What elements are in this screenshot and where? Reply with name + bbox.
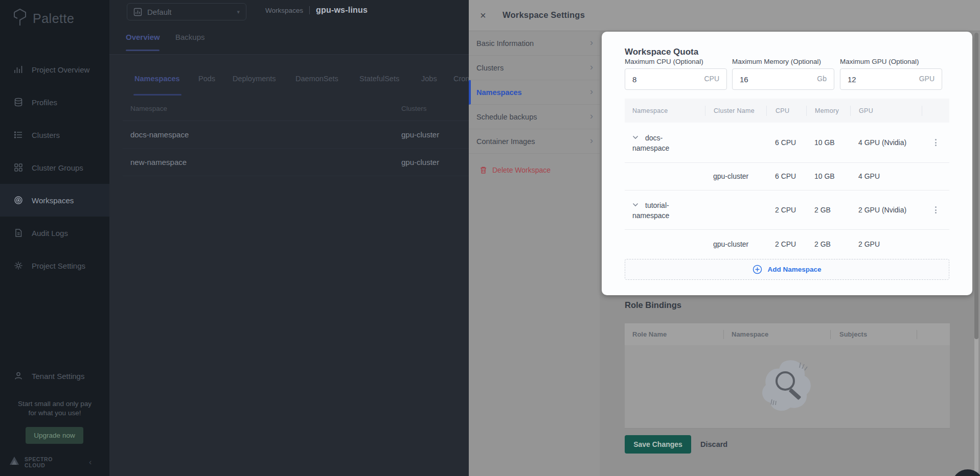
column-header-namespace: Namespace: [130, 105, 167, 112]
active-subtab-underline: [133, 94, 181, 96]
menu-item-clusters[interactable]: Clusters ›: [469, 56, 600, 80]
menu-item-label: Basic Information: [476, 39, 534, 47]
spectro-cloud-text: SPECTRO CLOUD: [25, 456, 53, 468]
workspace-settings-drawer: × Workspace Settings Basic Information ›…: [469, 0, 980, 476]
sidebar-item-workspaces[interactable]: Workspaces: [0, 184, 109, 217]
cpu-unit-label: CPU: [704, 75, 719, 83]
cpu-cell: 6 CPU: [766, 171, 806, 181]
column-header-actions: [922, 106, 949, 116]
project-icon: [133, 8, 142, 16]
memory-cell: 10 GB: [806, 171, 850, 181]
trash-icon: [480, 166, 487, 174]
column-header-subjects: Subjects: [830, 330, 917, 339]
max-gpu-input[interactable]: [840, 69, 907, 89]
chevron-right-icon: ›: [590, 135, 593, 146]
menu-item-label: Clusters: [476, 64, 504, 72]
quota-row-gpu-cluster: gpu-cluster 6 CPU 10 GB 4 GPU: [625, 162, 949, 190]
sidebar-item-profiles[interactable]: Profiles: [0, 86, 109, 118]
sidebar-collapse-icon[interactable]: ‹: [89, 458, 92, 467]
grid-icon: [13, 163, 24, 172]
memory-cell: 10 GB: [806, 137, 850, 148]
layers-icon: [13, 98, 24, 107]
chevron-right-icon: ›: [590, 62, 593, 73]
gpu-cell: 4 GPU (Nvidia): [850, 137, 922, 148]
sidebar-item-tenant-settings[interactable]: Tenant Settings: [0, 364, 109, 388]
max-memory-label: Maximum Memory (Optional): [732, 58, 821, 65]
save-changes-button[interactable]: Save Changes: [625, 435, 691, 454]
quota-row-tutorial-namespace: tutorial-namespace 2 CPU 2 GB 2 GPU (Nvi…: [625, 190, 949, 229]
tab-statefulsets[interactable]: StatefulSets: [359, 75, 399, 83]
spectro-cloud-logo: SPECTRO CLOUD: [8, 455, 53, 469]
max-gpu-field-wrap: GPU: [840, 68, 942, 90]
target-icon: [13, 196, 24, 205]
sidebar-item-label: Audit Logs: [32, 229, 68, 237]
row-menu-icon[interactable]: [922, 139, 949, 146]
upgrade-now-button[interactable]: Upgrade now: [26, 427, 83, 444]
plus-circle-icon: [753, 265, 762, 274]
column-header-memory: Memory: [806, 106, 850, 116]
max-memory-field-wrap: Gb: [732, 68, 834, 90]
cpu-cell: 6 CPU: [766, 137, 806, 148]
menu-item-namespaces[interactable]: Namespaces ›: [469, 80, 600, 105]
column-header-namespace: Namespace: [723, 330, 830, 339]
sidebar-item-label: Project Settings: [32, 261, 85, 270]
tab-deployments[interactable]: Deployments: [233, 75, 276, 83]
sidebar-item-label: Cluster Groups: [32, 163, 83, 172]
max-cpu-input[interactable]: [625, 69, 692, 89]
gear-icon: [13, 261, 24, 270]
role-bindings-table-header: Role Name Namespace Subjects: [625, 323, 950, 345]
footer-divider: [625, 428, 950, 429]
palette-logo: Palette: [12, 8, 74, 29]
memory-unit-label: Gb: [817, 75, 827, 83]
palette-logo-icon: [12, 8, 28, 29]
search-empty-illustration: [757, 356, 818, 419]
chevron-down-icon[interactable]: [632, 199, 639, 209]
spectro-cloud-icon: [8, 455, 20, 469]
upsell-message: Start small and only pay for what you us…: [0, 399, 109, 418]
column-header-actions: [917, 330, 950, 339]
document-icon: [13, 228, 24, 237]
quota-heading: Workspace Quota: [625, 47, 698, 57]
namespace-cell: docs-namespace: [130, 130, 189, 139]
cluster-cell: gpu-cluster: [401, 130, 439, 139]
tab-overview[interactable]: Overview: [126, 33, 160, 41]
menu-item-basic-information[interactable]: Basic Information ›: [469, 31, 600, 56]
drawer-scrollbar[interactable]: [974, 33, 978, 473]
add-namespace-label: Add Namespace: [767, 266, 821, 273]
row-menu-icon[interactable]: [922, 206, 949, 213]
gpu-cell: 2 GPU: [850, 239, 922, 249]
breadcrumb-section[interactable]: Workspaces: [265, 7, 303, 14]
sidebar-item-label: Workspaces: [32, 196, 74, 205]
add-namespace-button[interactable]: Add Namespace: [625, 259, 949, 280]
menu-item-schedule-backups[interactable]: Schedule backups ›: [469, 105, 600, 129]
sidebar-item-project-settings[interactable]: Project Settings: [0, 249, 109, 282]
drawer-body: Workspace Quota Maximum CPU (Optional) M…: [600, 31, 980, 476]
delete-workspace-label: Delete Workspace: [492, 166, 551, 174]
max-memory-input[interactable]: [733, 69, 799, 89]
close-icon[interactable]: ×: [480, 9, 486, 22]
scrollbar-thumb[interactable]: [974, 33, 978, 339]
sidebar-item-project-overview[interactable]: Project Overview: [0, 53, 109, 86]
sidebar-item-cluster-groups[interactable]: Cluster Groups: [0, 151, 109, 184]
project-selector[interactable]: Default ▾: [127, 3, 246, 20]
max-cpu-field-wrap: CPU: [625, 68, 727, 90]
project-selector-value: Default: [147, 8, 172, 16]
sidebar-item-clusters[interactable]: Clusters: [0, 118, 109, 151]
tab-jobs[interactable]: Jobs: [421, 75, 437, 83]
role-bindings-heading: Role Bindings: [625, 300, 681, 310]
chevron-down-icon[interactable]: [632, 132, 639, 142]
sidebar-item-audit-logs[interactable]: Audit Logs: [0, 217, 109, 249]
tab-backups[interactable]: Backups: [175, 33, 205, 41]
tab-daemonsets[interactable]: DaemonSets: [295, 75, 338, 83]
drawer-header: × Workspace Settings: [469, 0, 980, 31]
delete-workspace-button[interactable]: Delete Workspace: [469, 158, 600, 182]
cpu-cell: 2 CPU: [766, 205, 806, 215]
column-header-cluster-name: Cluster Name: [705, 106, 766, 116]
discard-button[interactable]: Discard: [700, 435, 727, 454]
menu-item-container-images[interactable]: Container Images ›: [469, 129, 600, 154]
max-gpu-label: Maximum GPU (Optional): [840, 58, 919, 65]
tab-namespaces[interactable]: Namespaces: [134, 75, 180, 83]
tab-pods[interactable]: Pods: [198, 75, 215, 83]
column-header-gpu: GPU: [850, 106, 922, 116]
memory-cell: 2 GB: [806, 239, 850, 249]
